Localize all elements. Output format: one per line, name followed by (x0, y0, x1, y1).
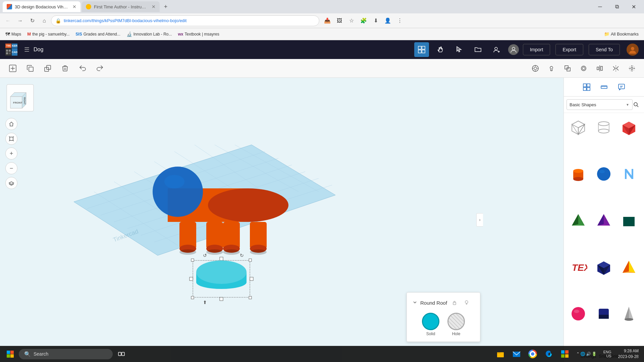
bookmark-textbook[interactable]: wx Textbook | msayres (175, 31, 222, 38)
panel-chat-button[interactable] (614, 80, 629, 95)
shape-blue-n[interactable] (617, 162, 641, 186)
zoom-in-button[interactable]: + (5, 147, 17, 160)
send-to-button[interactable]: Send To (589, 44, 620, 55)
time-date[interactable]: 9:28 AM 2023-09-28 (615, 348, 641, 360)
fit-view-button[interactable] (5, 133, 17, 145)
home-view-button[interactable] (5, 118, 17, 130)
nav-bar: ← → ↻ ⌂ 🔒 tinkercad.com/things/kPssPtM7d… (0, 13, 644, 28)
clone-button[interactable] (40, 61, 55, 76)
bookmarks-folder[interactable]: 📁 All Bookmarks (601, 30, 641, 38)
user-icon-button[interactable] (508, 44, 519, 55)
active-tab[interactable]: 3D design Bodacious Vihelmo-B... ✕ (3, 1, 80, 12)
cursor-tool-button[interactable] (452, 42, 467, 57)
refresh-button[interactable]: ↻ (27, 15, 38, 26)
shape-blue-box[interactable] (592, 255, 615, 279)
redo-button[interactable] (93, 61, 107, 76)
svg-point-8 (495, 47, 497, 50)
tab-close-1[interactable]: ✕ (72, 4, 76, 9)
snap-button[interactable] (625, 62, 639, 75)
mirror-button[interactable] (609, 62, 623, 75)
search-shapes-button[interactable] (631, 99, 641, 110)
inactive-tab[interactable]: First Time Author - Instructables ✕ (82, 1, 160, 12)
shape-yellow-pyramid[interactable] (617, 255, 641, 279)
minimize-button[interactable]: ─ (592, 0, 608, 13)
shape-select-button[interactable] (561, 62, 574, 75)
taskbar-search[interactable]: 🔍 Search (19, 349, 113, 359)
menu-icon[interactable]: ⋮ (394, 15, 405, 26)
shape-navy-shape[interactable] (592, 302, 615, 325)
new-shape-button[interactable] (5, 61, 20, 76)
restore-button[interactable]: ⧉ (609, 0, 625, 13)
shape-category-select[interactable]: Basic Shapes (567, 99, 633, 110)
svg-point-102 (598, 122, 609, 126)
shape-purple-pyramid[interactable] (592, 209, 615, 232)
light-button[interactable] (545, 62, 558, 75)
shape-gray-cone[interactable] (617, 302, 641, 325)
shape-blue-sphere[interactable] (592, 162, 615, 186)
panel-ruler-button[interactable] (597, 80, 611, 95)
taskbar-mail[interactable] (509, 347, 524, 361)
align-button[interactable] (593, 62, 606, 75)
viewport[interactable]: Tinkercad (0, 78, 564, 362)
delete-button[interactable] (58, 61, 72, 76)
back-button[interactable]: ← (3, 15, 13, 26)
logo-ker: KER (12, 44, 17, 48)
layers-button[interactable] (5, 177, 17, 189)
ring-button[interactable] (577, 62, 590, 75)
close-button[interactable]: ✕ (626, 0, 641, 13)
folder-tool-button[interactable] (471, 42, 485, 57)
nav-cube[interactable]: FRONT RIGHT (5, 83, 35, 113)
home-button[interactable]: ⌂ (39, 15, 50, 26)
cast-icon[interactable]: 📥 (322, 15, 333, 26)
bookmark-maps[interactable]: 🗺 Maps (3, 30, 24, 38)
shape-text-red[interactable]: TEXT (567, 255, 590, 279)
star-icon[interactable]: ☆ (346, 15, 357, 26)
shape-orange-cylinder[interactable] (567, 162, 590, 186)
taskbar-chrome[interactable] (525, 347, 540, 361)
import-button[interactable]: Import (523, 44, 550, 55)
download-icon[interactable]: ⬇ (370, 15, 381, 26)
collapse-property-button[interactable] (412, 300, 418, 306)
bulb-property-button[interactable] (462, 298, 471, 307)
user-add-button[interactable] (489, 42, 504, 57)
tab-close-2[interactable]: ✕ (152, 4, 156, 9)
profile-icon[interactable]: 👤 (382, 15, 393, 26)
shape-pink-sphere[interactable] (567, 302, 590, 325)
screenshot-icon[interactable]: 🖼 (334, 15, 345, 26)
taskbar-store[interactable] (557, 347, 572, 361)
address-bar[interactable]: 🔒 tinkercad.com/things/kPssPtM7dBl-bodac… (51, 15, 319, 26)
hole-shape-option[interactable]: Hole (447, 313, 465, 336)
taskbar-edge[interactable] (541, 347, 556, 361)
extensions-icon[interactable]: 🧩 (358, 15, 369, 26)
shape-cylinder-wire[interactable] (592, 116, 615, 139)
zoom-out-button[interactable]: − (5, 162, 17, 174)
bookmark-pig[interactable]: M the pig - samuelrby... (24, 30, 72, 38)
export-button[interactable]: Export (555, 44, 583, 55)
new-tab-button[interactable]: + (161, 2, 170, 11)
hand-tool-button[interactable] (433, 42, 448, 57)
shape-green-pyramid[interactable] (567, 209, 590, 232)
user-avatar[interactable] (627, 44, 639, 56)
tray-arrow[interactable]: ⌃ (576, 352, 580, 356)
windows-start-button[interactable] (3, 347, 17, 361)
bookmark-innovation[interactable]: 🔬 Innovation Lab - Ro... (124, 30, 175, 38)
language-indicator: ENGUS (601, 350, 614, 358)
shape-gray-box-wire[interactable] (567, 116, 590, 139)
collapse-panel-button[interactable]: › (476, 213, 483, 227)
svg-rect-145 (122, 352, 124, 356)
camera-view-button[interactable] (529, 62, 542, 75)
taskbar-file-explorer[interactable] (493, 347, 508, 361)
lock-property-button[interactable] (450, 298, 459, 307)
menu-toggle[interactable]: ☰ (24, 46, 30, 53)
task-view-button[interactable] (114, 347, 129, 361)
forward-button[interactable]: → (15, 15, 25, 26)
shape-teal-wedge[interactable] (617, 209, 641, 232)
shape-red-box[interactable] (617, 116, 641, 139)
solid-label: Solid (426, 331, 435, 336)
copy-button[interactable] (23, 61, 38, 76)
grid-view-button[interactable] (414, 42, 429, 57)
undo-button[interactable] (75, 61, 90, 76)
panel-grid-button[interactable] (579, 80, 594, 95)
bookmark-grades[interactable]: SIS Grades and Attend... (73, 31, 123, 38)
solid-shape-option[interactable]: Solid (422, 313, 439, 336)
